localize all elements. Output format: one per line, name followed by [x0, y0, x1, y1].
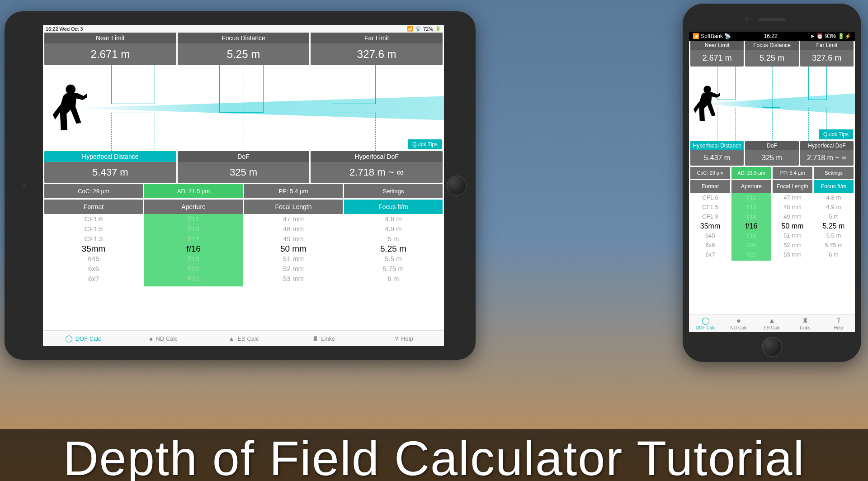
- wheel-item[interactable]: 645: [44, 254, 143, 264]
- tab-help[interactable]: ?Help: [364, 331, 444, 346]
- wheel-item[interactable]: f/18: [731, 231, 771, 240]
- wheel-item[interactable]: 4.9 m: [814, 202, 854, 212]
- pp-button[interactable]: PP: 5.4 µm: [244, 184, 343, 198]
- wheel-item[interactable]: 52 mm: [244, 264, 343, 274]
- wheel-item[interactable]: 35mm: [44, 244, 143, 254]
- ipad-status-bar: 16:22 Wed Oct 3 📶 📡 72% 🔋: [43, 25, 444, 33]
- wheel-item[interactable]: CF1.5: [44, 224, 143, 234]
- wheel-item[interactable]: 47 mm: [773, 193, 812, 202]
- wheel-item[interactable]: f/11: [144, 214, 243, 224]
- wheel-item[interactable]: CF1.6: [690, 193, 730, 202]
- wheel-item[interactable]: 51 mm: [244, 254, 343, 264]
- wheel-item[interactable]: 53 mm: [773, 250, 812, 259]
- focus-wheel[interactable]: 4.8 m4.9 m5 m5.25 m5.5 m5.75 m6 m: [344, 214, 443, 286]
- dof-card: DoF 325 m: [178, 151, 310, 183]
- tab-es-label: ES Calc: [237, 335, 259, 342]
- wheel-item[interactable]: f/14: [144, 234, 243, 244]
- wheel-item[interactable]: 4.9 m: [344, 224, 443, 234]
- format-wheel[interactable]: CF1.6CF1.5CF1.335mm6456x66x7: [690, 193, 730, 261]
- wheel-item[interactable]: 5.75 m: [814, 240, 854, 250]
- tab-dof-calc[interactable]: ◯DOF Calc: [43, 331, 123, 346]
- tab-dof-calc[interactable]: ◯DOF Calc: [689, 314, 722, 332]
- wheel-item[interactable]: f/22: [731, 250, 771, 259]
- tab-nd-calc[interactable]: ●ND Calc: [123, 331, 203, 346]
- focal-length-wheel[interactable]: 47 mm48 mm49 mm50 mm51 mm52 mm53 mm: [773, 193, 812, 261]
- wheel-item[interactable]: f/13: [731, 202, 771, 212]
- tab-links-label: Links: [321, 335, 335, 342]
- wheel-item[interactable]: 6 m: [344, 274, 443, 284]
- format-wheel[interactable]: CF1.6CF1.5CF1.335mm6456x66x7: [44, 214, 143, 286]
- tripod-icon: ♜: [312, 334, 318, 343]
- wheel-item[interactable]: 5.75 m: [344, 264, 443, 274]
- wheel-item[interactable]: 5.5 m: [344, 254, 443, 264]
- quick-tips-button[interactable]: Quick Tips: [408, 139, 442, 149]
- tab-links-label: Links: [800, 325, 810, 330]
- wheel-item[interactable]: 50 mm: [244, 244, 343, 254]
- wheel-item[interactable]: f/20: [144, 264, 243, 274]
- far-limit-label: Far Limit: [800, 41, 854, 50]
- wheel-item[interactable]: 6x7: [44, 274, 143, 284]
- wheel-item[interactable]: 35mm: [690, 221, 730, 231]
- ipad-camera: [23, 184, 26, 187]
- wheel-item[interactable]: 5 m: [344, 234, 443, 244]
- tab-es-calc[interactable]: ▲ES Calc: [203, 331, 283, 346]
- settings-button[interactable]: Settings: [344, 184, 443, 198]
- wheel-item[interactable]: 5.5 m: [814, 231, 854, 240]
- focus-wheel[interactable]: 4.8 m4.9 m5 m5.25 m5.5 m5.75 m6 m: [814, 193, 854, 261]
- tab-es-calc[interactable]: ▲ES Calc: [755, 314, 788, 332]
- wheel-item[interactable]: 5 m: [814, 212, 854, 221]
- wheel-item[interactable]: 48 mm: [244, 224, 343, 234]
- wheel-item[interactable]: CF1.3: [690, 212, 730, 221]
- tab-es-label: ES Calc: [764, 325, 780, 330]
- iphone-home-button[interactable]: [762, 337, 782, 357]
- tab-links[interactable]: ♜Links: [788, 314, 821, 332]
- far-limit-value: 327.6 m: [311, 43, 443, 65]
- wheel-item[interactable]: 49 mm: [773, 212, 812, 221]
- wheel-item[interactable]: f/14: [731, 212, 771, 221]
- ad-button[interactable]: AD: 21.5 µm: [144, 184, 243, 198]
- wheel-item[interactable]: 4.8 m: [814, 193, 854, 202]
- ipad-home-button[interactable]: [447, 176, 467, 195]
- tab-links[interactable]: ♜Links: [283, 331, 363, 346]
- hyperfocal-dof-value: 2.718 m ~ ∞: [800, 150, 854, 166]
- wheel-item[interactable]: CF1.3: [44, 234, 143, 244]
- coc-button[interactable]: CoC: 29 µm: [690, 167, 730, 179]
- quick-tips-button[interactable]: Quick Tips: [819, 129, 853, 139]
- wheel-item[interactable]: CF1.6: [44, 214, 143, 224]
- wheel-item[interactable]: 5.25 m: [814, 221, 854, 231]
- wheel-item[interactable]: 6 m: [814, 250, 854, 259]
- wheel-item[interactable]: f/20: [731, 240, 771, 250]
- wheel-item[interactable]: 47 mm: [244, 214, 343, 224]
- wheel-item[interactable]: 50 mm: [773, 221, 812, 231]
- aperture-icon: ◯: [65, 334, 73, 343]
- wheel-item[interactable]: f/16: [144, 244, 243, 254]
- wheel-item[interactable]: 49 mm: [244, 234, 343, 244]
- wheel-item[interactable]: f/22: [144, 274, 243, 284]
- wheel-item[interactable]: 52 mm: [773, 240, 812, 250]
- wheel-item[interactable]: 6x6: [44, 264, 143, 274]
- dof-diagram: Quick Tips: [43, 65, 444, 151]
- wheel-item[interactable]: 6x7: [690, 250, 730, 259]
- settings-button[interactable]: Settings: [814, 167, 854, 179]
- wheel-item[interactable]: f/11: [731, 193, 771, 202]
- wheel-item[interactable]: 645: [690, 231, 730, 240]
- wheel-item[interactable]: 4.8 m: [344, 214, 443, 224]
- wheel-item[interactable]: 51 mm: [773, 231, 812, 240]
- aperture-wheel[interactable]: f/11f/13f/14f/16f/18f/20f/22: [144, 214, 243, 286]
- wheel-item[interactable]: 6x6: [690, 240, 730, 250]
- wheel-item[interactable]: 53 mm: [244, 274, 343, 284]
- wheel-item[interactable]: CF1.5: [690, 202, 730, 212]
- aperture-wheel[interactable]: f/11f/13f/14f/16f/18f/20f/22: [731, 193, 771, 261]
- wheel-item[interactable]: f/18: [144, 254, 243, 264]
- focal-length-wheel[interactable]: 47 mm48 mm49 mm50 mm51 mm52 mm53 mm: [244, 214, 343, 286]
- coc-button[interactable]: CoC: 29 µm: [44, 184, 143, 198]
- wheel-item[interactable]: f/13: [144, 224, 243, 234]
- wheel-item[interactable]: f/16: [731, 221, 771, 231]
- tab-nd-calc[interactable]: ●ND Calc: [722, 314, 755, 332]
- wheel-item[interactable]: 5.25 m: [344, 244, 443, 254]
- ad-button[interactable]: AD: 21.5 µm: [731, 167, 771, 179]
- focal-length-header: Focal Length: [773, 180, 812, 193]
- wheel-item[interactable]: 48 mm: [773, 202, 812, 212]
- pp-button[interactable]: PP: 5.4 µm: [773, 167, 812, 179]
- tab-help[interactable]: ?Help: [822, 314, 855, 332]
